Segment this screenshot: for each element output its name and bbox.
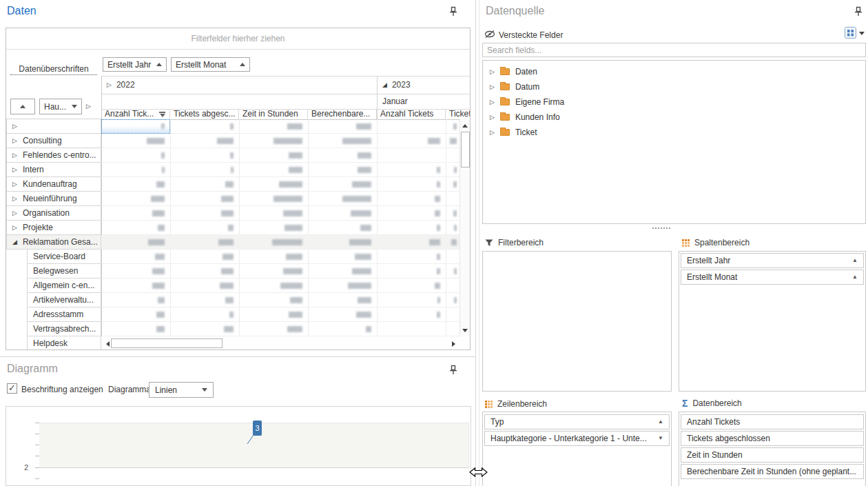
horizontal-scrollbar-thumb[interactable] xyxy=(111,338,223,348)
collapsed-expander-icon[interactable]: ▷ xyxy=(490,99,495,105)
columns-area-box[interactable]: Erstellt Jahr▲Erstellt Monat▲ xyxy=(679,251,866,392)
row-header-cell[interactable]: ▷Kundenauftrag xyxy=(6,176,101,192)
redacted-value xyxy=(454,225,457,231)
field-button-erstellt-monat[interactable]: Erstellt Monat xyxy=(171,57,250,72)
column-group-2022[interactable]: ▷ 2022 xyxy=(107,80,135,90)
row-header-cell[interactable]: ▷Intern xyxy=(6,162,101,177)
area-field-item[interactable]: Hauptkategorie - Unterkategorie 1 - Unte… xyxy=(484,431,670,446)
field-button-erstellt-jahr[interactable]: Erstellt Jahr xyxy=(103,57,167,72)
collapsed-expander-icon[interactable]: ▷ xyxy=(12,152,17,159)
field-list-layout-icon[interactable] xyxy=(845,27,856,39)
redacted-value xyxy=(283,268,302,274)
vertical-scrollbar-thumb[interactable] xyxy=(461,132,470,168)
filter-area-box[interactable] xyxy=(482,251,672,392)
collapsed-expander-icon[interactable]: ▷ xyxy=(12,196,17,202)
expanded-expander-icon[interactable]: ◢ xyxy=(12,239,17,245)
scroll-down-icon[interactable] xyxy=(460,325,470,335)
column-month-januar[interactable]: Januar xyxy=(382,97,408,106)
tree-item-ticket[interactable]: ▷Ticket xyxy=(484,125,856,140)
row-header-cell[interactable]: ▷Projekte xyxy=(6,220,101,235)
columns-area-label: Spaltenbereich xyxy=(682,238,750,247)
tree-item-daten[interactable]: ▷Daten xyxy=(484,64,856,79)
area-field-item[interactable]: Zeit in Stunden xyxy=(681,447,864,463)
measure-header[interactable]: Ticket xyxy=(446,109,471,119)
row-sort-button[interactable] xyxy=(10,99,35,114)
area-field-item[interactable]: Anzahl Tickets xyxy=(681,414,864,429)
row-field-expand-icon[interactable]: ▷ xyxy=(86,103,91,110)
pin-icon[interactable] xyxy=(449,365,457,375)
expanded-expander-icon[interactable]: ◢ xyxy=(382,82,387,88)
data-area-box[interactable]: Anzahl TicketsTickets abgeschlossenZeit … xyxy=(679,412,866,486)
area-field-item[interactable]: Berechenbare Zeit in Stunden (ohne gepla… xyxy=(681,464,864,479)
row-header-cell[interactable]: ▷ xyxy=(6,119,101,134)
collapsed-expander-icon[interactable]: ▷ xyxy=(12,123,17,130)
row-header-cell[interactable]: Helpdesk xyxy=(27,336,101,350)
selected-cell[interactable] xyxy=(101,119,170,134)
chart-area[interactable]: 2 3 xyxy=(6,406,471,486)
panel-splitter[interactable] xyxy=(475,0,476,486)
columns-grid-icon xyxy=(682,239,690,247)
collapsed-expander-icon[interactable]: ▷ xyxy=(490,114,495,121)
collapsed-expander-icon[interactable]: ▷ xyxy=(12,167,17,173)
collapsed-expander-icon[interactable]: ▷ xyxy=(107,82,112,88)
measure-header[interactable]: Anzahl Tickets xyxy=(377,109,446,119)
data-headers-label[interactable]: Datenüberschriften xyxy=(10,64,97,75)
row-field-button-hauptkategorie[interactable]: Hau... xyxy=(39,99,82,114)
tree-item-datum[interactable]: ▷Datum xyxy=(484,79,856,94)
collapsed-expander-icon[interactable]: ▷ xyxy=(490,69,495,75)
sort-asc-icon[interactable]: ▲ xyxy=(852,258,858,263)
collapsed-expander-icon[interactable]: ▷ xyxy=(12,181,17,188)
row-header-cell[interactable]: ▷Neueinführung xyxy=(6,191,101,206)
row-header-cell[interactable]: Vertragsabrech... xyxy=(27,321,101,336)
column-group-2023[interactable]: ◢ 2023 xyxy=(382,80,411,90)
row-label: Belegwesen xyxy=(33,266,78,276)
tree-item-eigene-firma[interactable]: ▷Eigene Firma xyxy=(484,94,856,110)
chart-type-select[interactable]: Linien xyxy=(149,382,214,398)
collapsed-expander-icon[interactable]: ▷ xyxy=(12,225,17,231)
area-field-item[interactable]: Tickets abgeschlossen xyxy=(681,431,864,446)
area-field-item[interactable]: Erstellt Jahr▲ xyxy=(681,253,864,268)
hidden-fields-label[interactable]: Versteckte Felder xyxy=(499,30,563,40)
pin-icon[interactable] xyxy=(449,6,457,17)
collapsed-expander-icon[interactable]: ▷ xyxy=(12,138,17,144)
redacted-value xyxy=(161,152,165,159)
scroll-up-icon[interactable] xyxy=(460,121,470,130)
horizontal-scrollbar[interactable] xyxy=(101,336,459,350)
splitter-dots-icon[interactable] xyxy=(652,227,670,229)
filter-dropdown-icon[interactable] xyxy=(159,112,165,117)
rows-area-box[interactable]: Typ▲Hauptkategorie - Unterkategorie 1 - … xyxy=(482,412,672,486)
layout-dropdown-icon[interactable] xyxy=(859,32,865,35)
row-header-cell[interactable]: Artikelverwaltu... xyxy=(27,292,101,307)
tree-item-kunden-info[interactable]: ▷Kunden Info xyxy=(484,110,856,125)
collapsed-expander-icon[interactable]: ▷ xyxy=(12,210,17,216)
row-header-cell[interactable]: Service-Board xyxy=(27,249,101,264)
scroll-right-icon[interactable] xyxy=(448,339,458,349)
redacted-value xyxy=(348,283,371,289)
pin-icon[interactable] xyxy=(854,6,862,17)
row-header-cell[interactable]: Allgemein c-en... xyxy=(27,278,101,293)
row-header-cell[interactable]: ◢Reklamation Gesa... xyxy=(6,234,101,250)
search-fields-input[interactable] xyxy=(482,43,866,57)
show-labels-checkbox[interactable] xyxy=(7,383,17,394)
row-header-cell[interactable]: Adressstamm xyxy=(27,307,101,322)
sort-desc-icon[interactable]: ▼ xyxy=(658,436,663,441)
pivot-filter-drop-area[interactable]: Filterfelder hierher ziehen xyxy=(6,28,470,50)
area-field-label: Hauptkategorie - Unterkategorie 1 - Unte… xyxy=(490,434,658,443)
sort-asc-icon xyxy=(20,105,25,108)
area-field-item[interactable]: Typ▲ xyxy=(484,414,670,429)
sort-asc-icon[interactable]: ▲ xyxy=(658,419,663,425)
measure-header[interactable]: Zeit in Stunden xyxy=(239,109,308,119)
row-header-cell[interactable]: ▷Fehlendes c-entro... xyxy=(6,148,101,163)
row-header-cell[interactable]: ▷Consulting xyxy=(6,133,101,148)
area-field-item[interactable]: Erstellt Monat▲ xyxy=(681,270,864,285)
redacted-value xyxy=(155,254,165,260)
collapsed-expander-icon[interactable]: ▷ xyxy=(490,84,495,90)
measure-header[interactable]: Anzahl Tick... xyxy=(101,109,170,119)
measure-header[interactable]: Berechenbare... xyxy=(308,109,377,119)
vertical-scrollbar[interactable] xyxy=(459,119,471,336)
measure-header[interactable]: Tickets abgesc... xyxy=(170,109,239,119)
collapsed-expander-icon[interactable]: ▷ xyxy=(490,130,495,136)
row-header-cell[interactable]: ▷Organisation xyxy=(6,205,101,221)
row-header-cell[interactable]: Belegwesen xyxy=(27,263,101,279)
sort-asc-icon[interactable]: ▲ xyxy=(852,274,858,280)
